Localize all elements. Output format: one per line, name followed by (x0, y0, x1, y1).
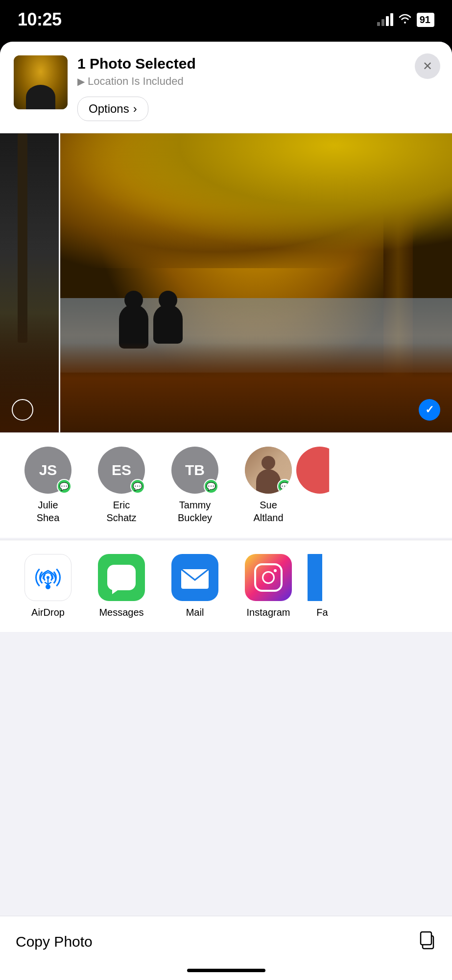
wifi-icon (398, 13, 412, 26)
message-badge: 💬 (277, 479, 292, 494)
copy-photo-row[interactable]: Copy Photo (0, 916, 452, 967)
contacts-row: JS 💬 JulieShea ES 💬 EricSchatz (0, 447, 452, 524)
app-airdrop[interactable]: AirDrop (14, 554, 82, 618)
status-icons: 91 (377, 13, 434, 27)
close-icon: ✕ (423, 59, 432, 73)
contact-avatar: JS 💬 (24, 447, 71, 494)
status-time: 10:25 (18, 9, 62, 30)
contact-julie-shea[interactable]: JS 💬 JulieShea (14, 447, 82, 524)
contact-avatar: 💬 (245, 447, 292, 494)
contact-name: SueAltland (253, 499, 283, 524)
contact-eric-schatz[interactable]: ES 💬 EricSchatz (87, 447, 156, 524)
location-icon: ▶ (77, 75, 85, 87)
svg-rect-3 (421, 932, 431, 945)
message-badge: 💬 (57, 479, 71, 494)
photo-grid-section: ✓ (0, 133, 452, 432)
photo-item-unselected[interactable] (0, 133, 59, 432)
photo-grid: ✓ (0, 133, 452, 432)
bottom-actions: Copy Photo (0, 916, 452, 980)
contact-avatar: TB 💬 (171, 447, 218, 494)
battery-icon: 91 (417, 13, 434, 27)
contacts-section: JS 💬 JulieShea ES 💬 EricSchatz (0, 432, 452, 538)
messages-icon: 💬 (133, 482, 143, 491)
options-label: Options (89, 102, 129, 116)
app-label: Instagram (247, 607, 290, 618)
chevron-right-icon: › (133, 102, 137, 116)
contact-name: EricSchatz (106, 499, 136, 524)
contact-sue-altland[interactable]: 💬 SueAltland (234, 447, 303, 524)
contact-avatar: ES 💬 (98, 447, 145, 494)
app-instagram[interactable]: Instagram (234, 554, 303, 618)
message-badge: 💬 (130, 479, 145, 494)
close-button[interactable]: ✕ (415, 53, 440, 79)
photo-item-selected[interactable]: ✓ (60, 133, 452, 432)
app-messages[interactable]: Messages (87, 554, 156, 618)
signal-icon (377, 13, 393, 26)
message-badge: 💬 (204, 479, 218, 494)
contact-name: TammyBuckley (178, 499, 212, 524)
messages-icon: 💬 (280, 482, 289, 491)
dogs (119, 304, 183, 349)
selection-checkmark: ✓ (419, 399, 440, 421)
location-row: ▶ Location Is Included (77, 75, 438, 88)
share-header: 1 Photo Selected ▶ Location Is Included … (0, 42, 452, 133)
messages-icon: 💬 (59, 482, 69, 491)
app-label: Messages (99, 607, 143, 618)
contact-name: JulieShea (37, 499, 60, 524)
contact-avatar-partial (296, 447, 343, 494)
location-text: Location Is Included (88, 75, 184, 88)
share-sheet: 1 Photo Selected ▶ Location Is Included … (0, 42, 452, 980)
status-bar: 10:25 91 (0, 0, 452, 39)
app-label: Fa (316, 607, 328, 618)
app-label: AirDrop (31, 607, 65, 618)
selection-circle (12, 399, 33, 421)
apps-row: AirDrop Messages (0, 554, 452, 618)
app-mail[interactable]: Mail (161, 554, 229, 618)
copy-icon (418, 930, 436, 953)
contact-partial[interactable] (308, 447, 332, 524)
airdrop-icon (24, 554, 71, 601)
app-label: Mail (186, 607, 204, 618)
copy-photo-label: Copy Photo (16, 933, 93, 950)
instagram-app-icon (245, 554, 292, 601)
contact-tammy-buckley[interactable]: TB 💬 TammyBuckley (161, 447, 229, 524)
app-partial[interactable]: Fa (308, 554, 337, 618)
messages-app-icon (98, 554, 145, 601)
options-button[interactable]: Options › (77, 97, 148, 121)
apps-section: AirDrop Messages (0, 540, 452, 632)
app-icon-partial (308, 554, 337, 601)
share-title: 1 Photo Selected (77, 55, 438, 72)
mail-app-icon (171, 554, 218, 601)
selected-photo-thumbnail (14, 55, 68, 109)
messages-icon: 💬 (206, 482, 216, 491)
home-indicator (187, 969, 265, 972)
